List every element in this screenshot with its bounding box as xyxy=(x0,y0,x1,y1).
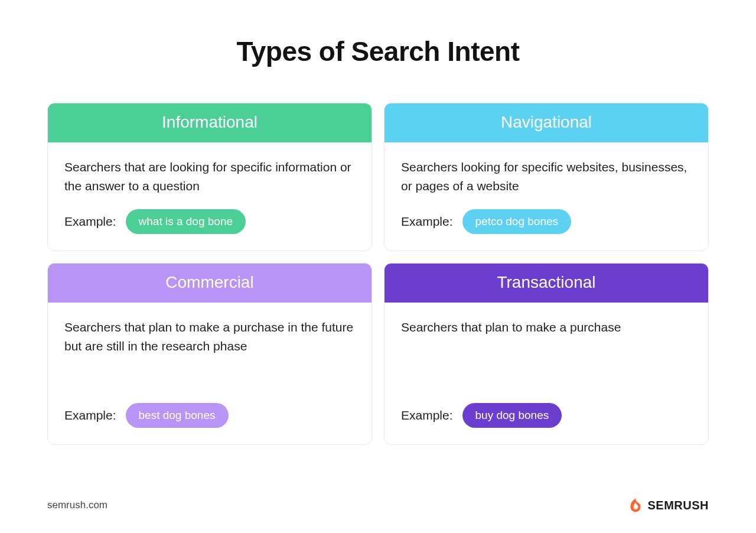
footer: semrush.com SEMRUSH xyxy=(47,498,709,513)
cards-grid: Informational Searchers that are looking… xyxy=(47,103,709,445)
page-title: Types of Search Intent xyxy=(47,35,709,67)
example-label: Example: xyxy=(64,408,116,422)
card-header: Informational xyxy=(48,103,372,142)
example-pill: best dog bones xyxy=(126,403,229,428)
card-body: Searchers that are looking for specific … xyxy=(48,142,372,251)
card-description: Searchers that plan to make a purchase xyxy=(401,318,692,389)
example-label: Example: xyxy=(401,214,453,229)
card-body: Searchers that plan to make a purchase i… xyxy=(48,303,372,444)
card-transactional: Transactional Searchers that plan to mak… xyxy=(384,263,709,445)
card-body: Searchers looking for specific websites,… xyxy=(384,142,708,251)
card-commercial: Commercial Searchers that plan to make a… xyxy=(47,263,372,445)
example-row: Example: petco dog bones xyxy=(401,209,692,234)
brand-logo: SEMRUSH xyxy=(627,498,709,513)
infographic-container: Types of Search Intent Informational Sea… xyxy=(0,0,756,469)
example-pill: what is a dog bone xyxy=(126,209,246,234)
brand-name: SEMRUSH xyxy=(647,499,709,512)
example-pill: petco dog bones xyxy=(462,209,572,234)
flame-icon xyxy=(627,498,643,513)
example-row: Example: buy dog bones xyxy=(401,403,692,428)
example-label: Example: xyxy=(64,214,116,229)
example-row: Example: best dog bones xyxy=(64,403,355,428)
example-pill: buy dog bones xyxy=(462,403,562,428)
card-body: Searchers that plan to make a purchase E… xyxy=(384,303,708,444)
card-header: Transactional xyxy=(384,264,708,303)
card-description: Searchers that are looking for specific … xyxy=(64,158,355,195)
card-header: Commercial xyxy=(48,264,372,303)
example-label: Example: xyxy=(401,408,453,422)
card-description: Searchers that plan to make a purchase i… xyxy=(64,318,355,389)
example-row: Example: what is a dog bone xyxy=(64,209,355,234)
card-header: Navigational xyxy=(384,103,708,142)
footer-domain: semrush.com xyxy=(47,499,107,511)
card-informational: Informational Searchers that are looking… xyxy=(47,103,372,251)
card-description: Searchers looking for specific websites,… xyxy=(401,158,692,195)
card-navigational: Navigational Searchers looking for speci… xyxy=(384,103,709,251)
